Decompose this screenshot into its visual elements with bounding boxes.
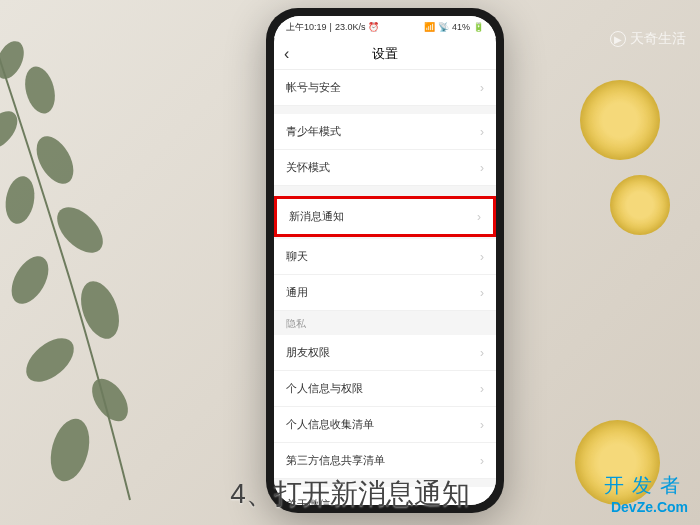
status-speed: 23.0K/s xyxy=(335,22,366,32)
status-bar: 上午10:19 | 23.0K/s ⏰ 📶 📡 41% 🔋 xyxy=(274,16,496,38)
signal-icon: 📡 xyxy=(438,22,449,32)
item-label: 青少年模式 xyxy=(286,124,341,139)
item-label: 新消息通知 xyxy=(289,209,344,224)
svg-point-0 xyxy=(0,37,29,83)
watermark-bottom-en: DevZe.Com xyxy=(604,499,688,515)
phone-screen: 上午10:19 | 23.0K/s ⏰ 📶 📡 41% 🔋 ‹ 设置 帐号与安全… xyxy=(274,16,496,505)
svg-point-3 xyxy=(29,130,81,190)
item-youth-mode[interactable]: 青少年模式 › xyxy=(274,114,496,150)
item-label: 第三方信息共享清单 xyxy=(286,453,385,468)
decorative-citrus xyxy=(610,175,670,235)
item-label: 个人信息收集清单 xyxy=(286,417,374,432)
chevron-right-icon: › xyxy=(480,286,484,300)
item-chat[interactable]: 聊天 › xyxy=(274,239,496,275)
instruction-caption: 4、打开新消息通知 xyxy=(230,475,470,513)
svg-point-6 xyxy=(4,250,56,310)
chevron-right-icon: › xyxy=(477,210,481,224)
page-title: 设置 xyxy=(372,45,398,63)
item-label: 关怀模式 xyxy=(286,160,330,175)
item-friends-permission[interactable]: 朋友权限 › xyxy=(274,335,496,371)
svg-point-2 xyxy=(0,105,24,155)
chevron-right-icon: › xyxy=(480,418,484,432)
section-divider xyxy=(274,186,496,194)
item-third-party[interactable]: 第三方信息共享清单 › xyxy=(274,443,496,479)
item-account-security[interactable]: 帐号与安全 › xyxy=(274,70,496,106)
chevron-right-icon: › xyxy=(480,250,484,264)
decorative-leaves xyxy=(0,0,190,525)
watermark-top-text: 天奇生活 xyxy=(630,30,686,48)
wifi-icon: 📶 xyxy=(424,22,435,32)
item-general[interactable]: 通用 › xyxy=(274,275,496,311)
chevron-right-icon: › xyxy=(480,498,484,506)
watermark-bottom: 开发者 DevZe.Com xyxy=(604,472,688,515)
item-info-collection[interactable]: 个人信息收集清单 › xyxy=(274,407,496,443)
item-new-message-notification[interactable]: 新消息通知 › xyxy=(274,196,496,237)
settings-list[interactable]: 帐号与安全 › 青少年模式 › 关怀模式 › 新消息通知 › 聊天 › xyxy=(274,70,496,505)
svg-point-9 xyxy=(85,372,135,427)
watermark-icon: ▶ xyxy=(610,31,626,47)
decorative-citrus xyxy=(580,80,660,160)
section-divider xyxy=(274,106,496,114)
watermark-top: ▶ 天奇生活 xyxy=(610,30,686,48)
svg-point-10 xyxy=(44,414,95,485)
watermark-bottom-cn: 开发者 xyxy=(604,472,688,499)
item-label: 个人信息与权限 xyxy=(286,381,363,396)
navigation-bar: ‹ 设置 xyxy=(274,38,496,70)
status-time: 上午10:19 xyxy=(286,21,327,34)
chevron-right-icon: › xyxy=(480,161,484,175)
svg-point-4 xyxy=(2,174,38,226)
chevron-right-icon: › xyxy=(480,454,484,468)
chevron-right-icon: › xyxy=(480,125,484,139)
alarm-icon: ⏰ xyxy=(368,22,379,32)
svg-point-1 xyxy=(20,63,59,117)
chevron-right-icon: › xyxy=(480,382,484,396)
section-header-privacy: 隐私 xyxy=(274,311,496,335)
chevron-right-icon: › xyxy=(480,81,484,95)
item-label: 聊天 xyxy=(286,249,308,264)
back-button[interactable]: ‹ xyxy=(284,45,289,63)
chevron-right-icon: › xyxy=(480,346,484,360)
item-personal-info[interactable]: 个人信息与权限 › xyxy=(274,371,496,407)
item-care-mode[interactable]: 关怀模式 › xyxy=(274,150,496,186)
item-label: 朋友权限 xyxy=(286,345,330,360)
svg-point-7 xyxy=(74,276,126,344)
svg-point-8 xyxy=(18,330,81,391)
item-label: 通用 xyxy=(286,285,308,300)
item-label: 帐号与安全 xyxy=(286,80,341,95)
phone-frame: 上午10:19 | 23.0K/s ⏰ 📶 📡 41% 🔋 ‹ 设置 帐号与安全… xyxy=(266,8,504,513)
battery-text: 41% xyxy=(452,22,470,32)
battery-icon: 🔋 xyxy=(473,22,484,32)
svg-point-5 xyxy=(49,199,111,261)
